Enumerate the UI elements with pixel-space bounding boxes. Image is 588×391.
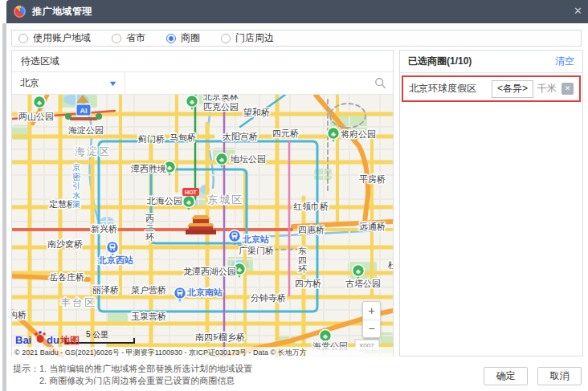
map-label: 将府公园 xyxy=(341,129,376,139)
radio-icon[interactable] xyxy=(221,34,231,43)
svg-text:地图: 地图 xyxy=(59,335,80,346)
cancel-button[interactable]: 取消 xyxy=(537,367,582,385)
radius-input[interactable] xyxy=(492,80,533,98)
map-attribution-text: © 2021 Baidu - GS(2021)6026号 - 甲测资字11009… xyxy=(14,348,307,356)
svg-text:♣: ♣ xyxy=(37,99,42,107)
footer-hints: 提示： 1. 当前编辑的推广地域将全部替换所选计划的地域设置 2. 商圈修改为门… xyxy=(13,363,252,387)
map-label: 龙潭西湖公园 xyxy=(183,267,236,276)
svg-text:♣: ♣ xyxy=(323,332,328,340)
map-label: 北京南站 xyxy=(186,287,223,297)
map-label: 潭西胜境 xyxy=(131,164,166,173)
city-select-value: 北京 xyxy=(20,76,39,90)
map-label: 沟桥 xyxy=(12,310,27,320)
map-label: 马甸桥 xyxy=(169,132,196,142)
selected-panel-title: 已选商圈(1/10) xyxy=(408,55,472,68)
chevron-down-icon: ▼ xyxy=(108,79,117,88)
radio-icon[interactable] xyxy=(18,34,28,43)
map-label: 海淀公园 xyxy=(68,125,104,135)
zoom-in-button[interactable]: + xyxy=(363,302,380,320)
svg-text:♣: ♣ xyxy=(219,156,224,164)
map-label: 岳各庄桥 xyxy=(49,272,84,282)
map-zoom-control: + − xyxy=(362,301,381,338)
map-label: 北京西站 xyxy=(97,255,133,265)
map-label: 太阳宫桥 xyxy=(223,132,258,141)
dialog-titlebar: 推广地域管理 ✕ xyxy=(6,0,588,23)
region-management-dialog: 推广地域管理 ✕ 使用账户地域省市商圈门店周边 待选区域 北京 ▼ AI♣♣♣ xyxy=(6,0,588,391)
svg-text:♣: ♣ xyxy=(186,198,191,206)
map-label: 蓟门桥 xyxy=(138,134,165,144)
map-label: 平房桥 xyxy=(359,174,386,184)
mode-radio-2[interactable]: 商圈 xyxy=(166,31,200,45)
map-label: 两山公园 xyxy=(18,112,54,121)
map-label: 望和桥 xyxy=(243,108,270,117)
svg-text:AI: AI xyxy=(80,107,88,115)
map-label: 海淀区 xyxy=(75,145,111,157)
selected-panel-header: 已选商圈(1/10) 清空 xyxy=(400,51,582,73)
map-label-vertical: 京密引水渠 xyxy=(72,163,81,209)
map-label: 北京奥林 xyxy=(202,95,239,101)
mode-radio-label: 商圈 xyxy=(181,31,200,45)
hint-line-2: 2. 商圈修改为门店周边将会重置已设置的商圈信息 xyxy=(39,375,252,387)
app-logo-icon xyxy=(14,6,26,18)
map-label: 远通桥 xyxy=(359,222,386,231)
svg-text:♣: ♣ xyxy=(190,98,194,106)
map-label: 四方桥 xyxy=(295,279,321,288)
map-label-vertical: 西二环 xyxy=(145,214,154,242)
mode-radio-label: 省市 xyxy=(126,31,145,45)
map-label: 丰台区 xyxy=(60,296,96,308)
map-label: 丽泽桥 xyxy=(92,285,119,295)
map-label: 北京站 xyxy=(242,234,269,244)
map-label: 四惠桥 xyxy=(298,225,325,234)
map-label-vertical: 东四环 xyxy=(298,246,307,274)
mode-radio-label: 使用账户地域 xyxy=(33,31,91,45)
mode-radio-1[interactable]: 省市 xyxy=(112,31,145,45)
radio-selected-icon[interactable] xyxy=(166,34,176,43)
selected-zone-row: 北京环球度假区 千米 ✕ xyxy=(402,75,581,102)
candidate-panel-title: 待选区域 xyxy=(12,51,393,72)
svg-text:Bai: Bai xyxy=(15,334,31,346)
map-label: 广渠门桥 xyxy=(239,246,274,255)
zoom-out-button[interactable]: − xyxy=(363,320,380,338)
map-label: 古塔公园 xyxy=(345,279,381,288)
svg-text:♣: ♣ xyxy=(237,266,242,274)
screen: 推广地域管理 ✕ 使用账户地域省市商圈门店周边 待选区域 北京 ▼ AI♣♣♣ xyxy=(0,0,588,391)
map-label: 四元桥 xyxy=(272,128,299,138)
radio-icon[interactable] xyxy=(112,34,121,43)
remove-zone-button[interactable]: ✕ xyxy=(561,83,574,95)
close-icon[interactable]: ✕ xyxy=(574,5,582,18)
radius-unit-label: 千米 xyxy=(537,82,557,96)
search-input[interactable] xyxy=(125,72,393,94)
dialog-title: 推广地域管理 xyxy=(32,5,92,18)
svg-text:5 公里: 5 公里 xyxy=(86,330,108,339)
map-label: 地坛公园 xyxy=(230,154,266,164)
beijing-map-svg: AI♣♣♣♣♣♣HOT♣♣♣北京奥林匹克公园两山公园望和桥海淀公园将府公园四元桥… xyxy=(12,95,393,357)
search-icon[interactable] xyxy=(374,77,386,89)
clear-all-link[interactable]: 清空 xyxy=(555,55,574,68)
candidate-area-panel: 待选区域 北京 ▼ AI♣♣♣♣♣♣HOT♣♣♣北京奥林匹克公园两山公园望和桥海… xyxy=(11,50,394,356)
hint-prefix: 提示： xyxy=(13,363,39,387)
map-label: 北海公园 xyxy=(146,196,182,206)
map-label: 东城区 xyxy=(207,193,243,206)
svg-text:HOT: HOT xyxy=(185,189,198,195)
map-label: 玉泉营桥 xyxy=(131,312,166,321)
hint-line-1: 1. 当前编辑的推广地域将全部替换所选计划的地域设置 xyxy=(39,363,252,375)
map-label: 新兴桥 xyxy=(91,224,117,234)
mode-radio-3[interactable]: 门店周边 xyxy=(221,31,274,45)
map-label: 南沙窝桥 xyxy=(47,239,83,249)
region-mode-radio-group: 使用账户地域省市商圈门店周边 xyxy=(11,30,582,47)
map-label: 匹克公园 xyxy=(203,102,239,112)
map-label: 分钟寺桥 xyxy=(251,293,286,303)
mode-radio-0[interactable]: 使用账户地域 xyxy=(18,31,91,45)
city-select[interactable]: 北京 ▼ xyxy=(12,72,125,94)
map-label: 菜户营桥 xyxy=(131,285,166,295)
map-canvas[interactable]: AI♣♣♣♣♣♣HOT♣♣♣北京奥林匹克公园两山公园望和桥海淀公园将府公园四元桥… xyxy=(12,95,393,357)
confirm-button[interactable]: 确定 xyxy=(484,367,528,385)
map-label: 杜 xyxy=(387,260,393,270)
map-label: 榴乡桥 xyxy=(218,332,245,342)
svg-text:du: du xyxy=(47,334,59,346)
selected-zones-panel: 已选商圈(1/10) 清空 北京环球度假区 千米 ✕ xyxy=(399,50,583,356)
selected-zone-name: 北京环球度假区 xyxy=(409,82,492,96)
map-label: 红领巾桥 xyxy=(293,202,329,211)
svg-text:♣: ♣ xyxy=(331,130,336,138)
svg-text:♣: ♣ xyxy=(356,267,361,275)
